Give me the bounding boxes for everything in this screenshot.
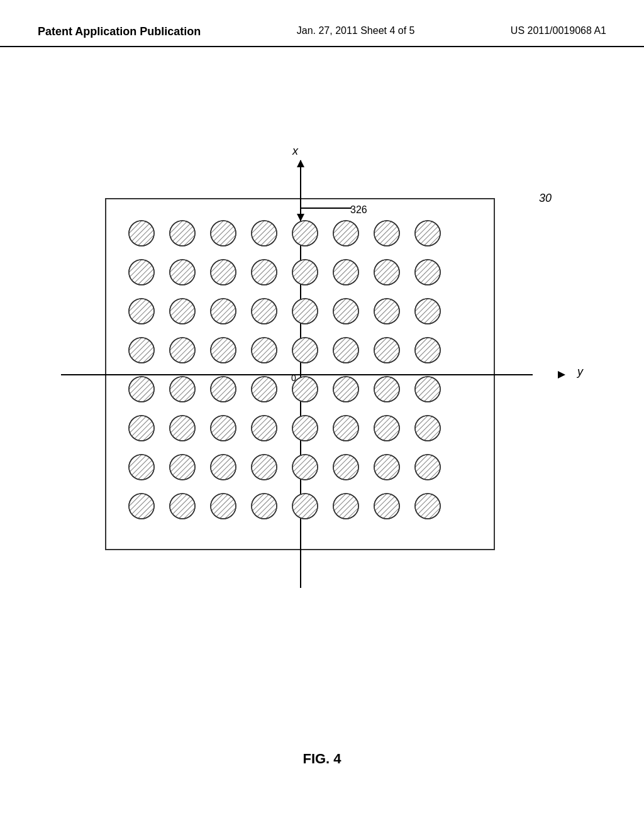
- circle-cell: [243, 409, 284, 448]
- svg-rect-73: [372, 258, 401, 287]
- svg-rect-258: [250, 453, 279, 482]
- svg-rect-188: [331, 375, 360, 404]
- svg-rect-198: [413, 375, 442, 404]
- svg-rect-153: [372, 336, 401, 365]
- svg-rect-18: [250, 219, 279, 248]
- circle-cell: [162, 292, 203, 331]
- svg-rect-158: [413, 336, 442, 365]
- circle-cell: [203, 409, 243, 448]
- circle-cell: [407, 448, 448, 487]
- circle-cell: [243, 487, 284, 526]
- svg-rect-313: [372, 492, 401, 521]
- svg-rect-238: [413, 414, 442, 443]
- circle-cell: [284, 409, 325, 448]
- circle-cell: [243, 370, 284, 409]
- svg-rect-68: [331, 258, 360, 287]
- circle-cell: [162, 448, 203, 487]
- circle-cell: [121, 370, 162, 409]
- circle-cell: [284, 292, 325, 331]
- circle-cell: [325, 214, 366, 253]
- svg-rect-213: [209, 414, 238, 443]
- annotation-line-326: [301, 208, 352, 209]
- svg-rect-118: [413, 297, 442, 326]
- circle-cell: [243, 253, 284, 292]
- circle-cell: [121, 292, 162, 331]
- svg-rect-28: [331, 219, 360, 248]
- circle-cell: [284, 214, 325, 253]
- svg-rect-253: [209, 453, 238, 482]
- circle-cell: [243, 292, 284, 331]
- svg-rect-43: [127, 258, 156, 287]
- circle-cell: [284, 253, 325, 292]
- svg-rect-278: [413, 453, 442, 482]
- rect-label-30: 30: [539, 192, 552, 205]
- circle-cell: [243, 214, 284, 253]
- svg-rect-103: [291, 297, 319, 326]
- svg-rect-113: [372, 297, 401, 326]
- svg-rect-298: [250, 492, 279, 521]
- circle-cell: [121, 214, 162, 253]
- circle-cell: [366, 214, 407, 253]
- svg-rect-48: [168, 258, 197, 287]
- svg-rect-273: [372, 453, 401, 482]
- svg-rect-38: [413, 219, 442, 248]
- circle-cell: [121, 448, 162, 487]
- circle-cell: [243, 448, 284, 487]
- svg-rect-123: [127, 336, 156, 365]
- svg-rect-133: [209, 336, 238, 365]
- circle-cell: [407, 370, 448, 409]
- page-header: Patent Application Publication Jan. 27, …: [0, 25, 644, 47]
- svg-rect-223: [291, 414, 319, 443]
- svg-rect-173: [209, 375, 238, 404]
- circle-cell: [284, 487, 325, 526]
- circle-cell: [203, 331, 243, 370]
- y-axis-arrow: [558, 371, 565, 379]
- y-axis-label: y: [577, 365, 583, 379]
- circle-cell: [366, 487, 407, 526]
- circle-cell: [325, 331, 366, 370]
- circle-cell: [162, 487, 203, 526]
- circle-cell: [325, 448, 366, 487]
- circle-cell: [121, 331, 162, 370]
- svg-rect-83: [127, 297, 156, 326]
- svg-rect-318: [413, 492, 442, 521]
- circle-cell: [366, 370, 407, 409]
- svg-rect-138: [250, 336, 279, 365]
- circle-cell: [203, 370, 243, 409]
- circle-cell: [203, 448, 243, 487]
- circle-cell: [121, 487, 162, 526]
- circle-cell: [243, 331, 284, 370]
- svg-rect-208: [168, 414, 197, 443]
- circle-cell: [325, 409, 366, 448]
- circle-cell: [325, 487, 366, 526]
- circle-cell: [366, 253, 407, 292]
- circle-cell: [366, 448, 407, 487]
- circle-cell: [407, 214, 448, 253]
- diagram-container: 30 x y 0 326: [38, 107, 606, 704]
- circle-cell: [203, 253, 243, 292]
- svg-rect-33: [372, 219, 401, 248]
- circle-cell: [407, 292, 448, 331]
- circle-cell: [162, 370, 203, 409]
- x-axis-arrow: [297, 160, 304, 167]
- circle-cell: [325, 253, 366, 292]
- circle-cell: [325, 292, 366, 331]
- svg-rect-308: [331, 492, 360, 521]
- svg-rect-143: [291, 336, 319, 365]
- circle-cell: [407, 331, 448, 370]
- diagram-wrapper: 30 x y 0 326: [86, 160, 558, 651]
- svg-rect-228: [331, 414, 360, 443]
- patent-number: US 2011/0019068 A1: [511, 25, 606, 36]
- svg-rect-293: [209, 492, 238, 521]
- svg-rect-148: [331, 336, 360, 365]
- svg-rect-248: [168, 453, 197, 482]
- svg-rect-178: [250, 375, 279, 404]
- svg-rect-3: [127, 219, 156, 248]
- svg-rect-63: [291, 258, 319, 287]
- svg-rect-243: [127, 453, 156, 482]
- circle-cell: [366, 331, 407, 370]
- svg-rect-283: [127, 492, 156, 521]
- svg-rect-93: [209, 297, 238, 326]
- svg-rect-168: [168, 375, 197, 404]
- circle-cell: [366, 409, 407, 448]
